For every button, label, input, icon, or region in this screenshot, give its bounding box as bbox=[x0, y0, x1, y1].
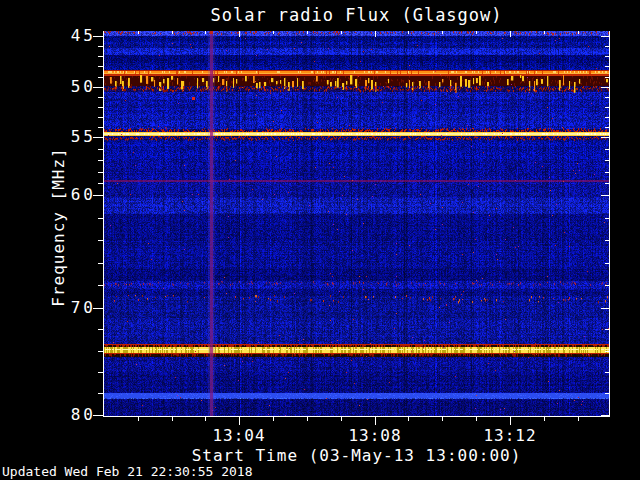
y-minor-tick bbox=[98, 77, 103, 78]
spectrogram-canvas bbox=[104, 31, 609, 416]
x-minor-tick bbox=[205, 417, 206, 421]
y-minor-tick bbox=[98, 263, 103, 264]
y-tick-label: 70 bbox=[48, 299, 96, 317]
x-minor-tick bbox=[442, 417, 443, 421]
y-minor-tick bbox=[98, 66, 103, 67]
y-minor-tick bbox=[98, 351, 103, 352]
x-major-tick bbox=[375, 417, 376, 425]
plot-frame bbox=[103, 31, 610, 417]
y-tick-label: 60 bbox=[48, 186, 96, 204]
y-minor-tick bbox=[98, 107, 103, 108]
x-axis-title: Start Time (03-May-13 13:00:00) bbox=[104, 446, 609, 465]
y-minor-tick bbox=[98, 160, 103, 161]
x-minor-tick bbox=[578, 417, 579, 421]
y-minor-tick bbox=[98, 329, 103, 330]
y-minor-tick bbox=[98, 372, 103, 373]
y-minor-tick bbox=[98, 183, 103, 184]
x-major-tick bbox=[510, 417, 511, 425]
y-tick-label: 80 bbox=[48, 406, 96, 424]
y-minor-tick bbox=[98, 172, 103, 173]
solar-radio-spectrogram-page: Solar radio Flux (Glasgow) Frequency [MH… bbox=[0, 0, 640, 480]
x-minor-tick bbox=[544, 417, 545, 421]
y-minor-tick bbox=[98, 218, 103, 219]
x-minor-tick bbox=[172, 417, 173, 421]
y-tick-label: 50 bbox=[48, 78, 96, 96]
y-minor-tick bbox=[98, 97, 103, 98]
y-tick-label: 45 bbox=[48, 27, 96, 45]
x-tick-label: 13:12 bbox=[465, 427, 555, 445]
y-minor-tick bbox=[98, 393, 103, 394]
x-major-tick bbox=[239, 417, 240, 425]
y-minor-tick bbox=[98, 56, 103, 57]
y-minor-tick bbox=[98, 149, 103, 150]
x-minor-tick bbox=[307, 417, 308, 421]
y-minor-tick bbox=[98, 46, 103, 47]
y-minor-tick bbox=[98, 127, 103, 128]
y-axis-title: Frequency [MHz] bbox=[49, 147, 68, 307]
updated-timestamp: Updated Wed Feb 21 22:30:55 2018 bbox=[2, 464, 252, 479]
y-minor-tick bbox=[98, 117, 103, 118]
y-tick-label: 55 bbox=[48, 128, 96, 146]
x-minor-tick bbox=[476, 417, 477, 421]
page-title: Solar radio Flux (Glasgow) bbox=[104, 5, 609, 25]
x-minor-tick bbox=[138, 417, 139, 421]
x-minor-tick bbox=[341, 417, 342, 421]
x-minor-tick bbox=[273, 417, 274, 421]
x-minor-tick bbox=[408, 417, 409, 421]
x-tick-label: 13:08 bbox=[330, 427, 420, 445]
y-minor-tick bbox=[98, 240, 103, 241]
y-minor-tick bbox=[98, 285, 103, 286]
x-tick-label: 13:04 bbox=[194, 427, 284, 445]
